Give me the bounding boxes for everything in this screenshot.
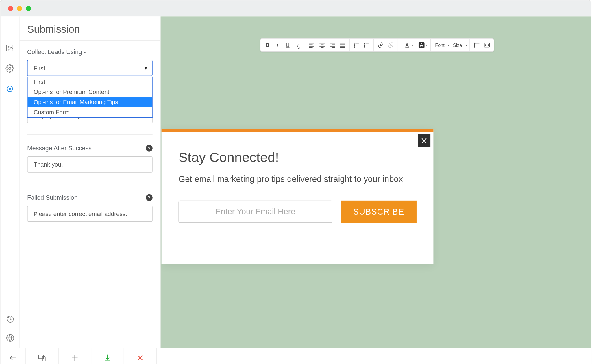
svg-text:2: 2 xyxy=(354,44,355,46)
svg-point-30 xyxy=(364,45,365,45)
italic-button[interactable]: I xyxy=(272,40,282,50)
svg-point-5 xyxy=(6,334,14,341)
svg-line-40 xyxy=(422,138,426,143)
titlebar xyxy=(0,0,591,16)
window-zoom-dot[interactable] xyxy=(26,6,31,11)
ordered-list-button[interactable]: 123 xyxy=(352,40,362,50)
toolbar-group-color: A▾ A▾ xyxy=(398,39,431,51)
bottom-bar xyxy=(0,348,591,364)
svg-rect-39 xyxy=(484,43,490,47)
unordered-list-button[interactable] xyxy=(362,40,372,50)
collect-leads-label: Collect Leads Using - xyxy=(27,49,153,56)
group-failed-submission: Failed Submission ? xyxy=(27,194,153,222)
failed-submission-label: Failed Submission ? xyxy=(27,194,153,201)
failed-submission-input[interactable] xyxy=(27,206,153,222)
close-icon[interactable] xyxy=(418,134,430,147)
sidebar-body: Collect Leads Using - First ▼ First Opt-… xyxy=(20,41,160,348)
svg-line-35 xyxy=(389,43,393,47)
left-rail-bottom xyxy=(0,315,19,343)
svg-point-29 xyxy=(364,43,365,44)
window-close-dot[interactable] xyxy=(8,6,13,11)
history-icon[interactable] xyxy=(5,315,14,324)
svg-point-2 xyxy=(9,67,11,69)
underline-button[interactable]: U xyxy=(283,40,293,50)
text-color-button[interactable]: A▾ xyxy=(400,40,414,50)
canvas: B I U I✕ 123 xyxy=(161,16,591,348)
svg-rect-0 xyxy=(7,45,13,51)
text-toolbar: B I U I✕ 123 xyxy=(260,38,495,52)
app-window: Submission Collect Leads Using - First ▼… xyxy=(0,0,591,364)
toolbar-group-format: B I U I✕ xyxy=(260,39,305,51)
download-button[interactable] xyxy=(91,348,124,364)
back-button[interactable] xyxy=(0,348,26,364)
align-left-button[interactable] xyxy=(307,40,317,50)
svg-rect-43 xyxy=(38,355,43,359)
message-after-success-label: Message After Success ? xyxy=(27,145,153,152)
toolbar-group-link xyxy=(374,39,398,51)
link-button[interactable] xyxy=(375,40,386,50)
svg-line-41 xyxy=(422,138,426,143)
source-button[interactable] xyxy=(482,40,492,50)
help-icon[interactable]: ? xyxy=(146,194,153,201)
svg-text:3: 3 xyxy=(354,46,355,48)
window-minimize-dot[interactable] xyxy=(17,6,22,11)
popup-preview: Stay Connected! Get email marketing pro … xyxy=(162,129,434,264)
clear-format-button[interactable]: I✕ xyxy=(293,40,303,50)
popup-subtitle: Get email marketing pro tips delivered s… xyxy=(178,173,416,185)
globe-icon[interactable] xyxy=(5,333,14,342)
message-after-success-input[interactable] xyxy=(27,156,153,173)
collect-leads-value: First xyxy=(34,64,45,71)
email-input[interactable] xyxy=(178,201,332,223)
font-select[interactable]: Font xyxy=(432,40,450,50)
bold-button[interactable]: B xyxy=(262,40,272,50)
image-icon[interactable] xyxy=(5,43,14,53)
popup-title: Stay Connected! xyxy=(178,149,416,165)
align-justify-button[interactable] xyxy=(337,40,347,50)
size-select[interactable]: Size xyxy=(450,40,468,50)
subscribe-button[interactable]: SUBSCRIBE xyxy=(341,201,417,223)
help-icon[interactable]: ? xyxy=(146,145,153,152)
toolbar-group-misc xyxy=(470,39,494,51)
svg-rect-44 xyxy=(42,357,45,361)
bg-color-button[interactable]: A▾ xyxy=(414,40,429,50)
traffic-lights xyxy=(8,6,31,11)
chevron-down-icon: ▼ xyxy=(144,66,148,70)
sidebar: Submission Collect Leads Using - First ▼… xyxy=(20,16,161,348)
svg-line-49 xyxy=(138,356,142,360)
gear-icon[interactable] xyxy=(5,64,14,73)
collect-leads-select[interactable]: First ▼ First Opt-ins for Premium Conten… xyxy=(27,60,153,76)
popup-form-row: SUBSCRIBE xyxy=(178,201,416,223)
dropdown-option[interactable]: First xyxy=(28,77,152,87)
unlink-button[interactable] xyxy=(386,40,396,50)
body-area: Submission Collect Leads Using - First ▼… xyxy=(0,16,591,348)
svg-point-3 xyxy=(7,86,13,92)
dropdown-option[interactable]: Opt-ins for Premium Content xyxy=(28,87,152,97)
collect-leads-dropdown: First Opt-ins for Premium Content Opt-in… xyxy=(27,77,153,118)
dropdown-option[interactable]: Custom Form xyxy=(28,107,152,117)
left-rail xyxy=(0,16,19,348)
line-height-button[interactable] xyxy=(472,40,482,50)
align-right-button[interactable] xyxy=(327,40,337,50)
sidebar-title: Submission xyxy=(20,16,160,41)
svg-point-31 xyxy=(364,47,365,47)
align-center-button[interactable] xyxy=(317,40,327,50)
svg-text:1: 1 xyxy=(354,42,355,44)
popup-inner: Stay Connected! Get email marketing pro … xyxy=(162,132,434,223)
dropdown-option[interactable]: Opt-ins for Email Marketing Tips xyxy=(28,97,152,107)
toolbar-group-font: Font Size xyxy=(431,39,470,51)
close-button[interactable] xyxy=(124,348,157,364)
add-button[interactable] xyxy=(59,348,91,364)
target-icon[interactable] xyxy=(5,84,14,93)
group-collect-leads: Collect Leads Using - First ▼ First Opt-… xyxy=(27,49,153,86)
svg-point-4 xyxy=(9,88,11,90)
svg-line-48 xyxy=(138,356,142,360)
group-message-after-success: Message After Success ? xyxy=(27,145,153,184)
devices-button[interactable] xyxy=(26,348,59,364)
toolbar-group-align xyxy=(305,39,349,51)
svg-point-1 xyxy=(8,46,9,47)
toolbar-group-list: 123 xyxy=(350,39,374,51)
